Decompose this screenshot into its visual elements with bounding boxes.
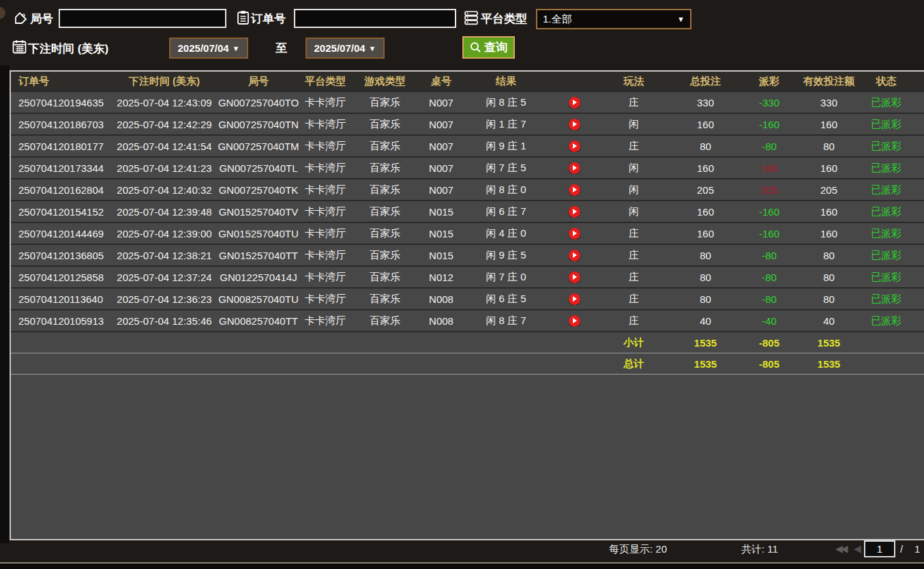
cell-play-type: 庄 <box>598 140 670 153</box>
table-row[interactable]: 250704120105913 2025-07-04 12:35:46 GN00… <box>11 309 924 331</box>
cell-bet-time: 2025-07-04 12:37:24 <box>113 272 215 283</box>
table-row[interactable]: 250704120180177 2025-07-04 12:41:54 GN00… <box>11 134 924 156</box>
play-video-icon[interactable] <box>569 184 580 196</box>
cell-valid-bet: 80 <box>797 250 861 261</box>
play-video-icon[interactable] <box>569 206 580 218</box>
cell-payout: -160 <box>741 206 797 218</box>
order-number-label: 订单号 <box>251 11 286 27</box>
platform-type-select[interactable]: 1.全部 ▼ <box>536 9 691 29</box>
table-row[interactable]: 250704120144469 2025-07-04 12:39:00 GN01… <box>11 222 924 244</box>
cell-platform: 卡卡湾厅 <box>301 315 349 327</box>
summary-valid-bet: 1535 <box>797 358 861 370</box>
column-header: 玩法 <box>598 75 670 88</box>
date-from-value: 2025/07/04 <box>178 42 229 54</box>
chevron-down-icon: ▼ <box>369 44 376 53</box>
cell-valid-bet: 160 <box>797 119 861 130</box>
play-video-icon[interactable] <box>569 228 580 239</box>
table-row[interactable]: 250704120136805 2025-07-04 12:38:21 GN01… <box>11 244 924 265</box>
cell-status: 已派彩 <box>861 184 912 196</box>
table-row[interactable]: 250704120194635 2025-07-04 12:43:09 GN00… <box>11 91 924 113</box>
date-from-picker[interactable]: 2025/07/04 ▼ <box>169 38 248 59</box>
round-number-input[interactable] <box>59 9 226 28</box>
cell-game-type: 百家乐 <box>349 184 421 196</box>
column-header: 结果 <box>462 75 550 88</box>
cell-payout: -80 <box>741 250 797 261</box>
order-number-input[interactable] <box>294 9 456 28</box>
cell-play-type: 庄 <box>598 96 670 109</box>
table-row[interactable]: 250704120154152 2025-07-04 12:39:48 GN01… <box>11 200 924 222</box>
play-video-icon[interactable] <box>569 250 580 261</box>
table-row[interactable]: 250704120125858 2025-07-04 12:37:24 GN01… <box>11 265 924 287</box>
cell-bet-time: 2025-07-04 12:40:32 <box>113 184 215 196</box>
cell-result: 闲 6 庄 7 <box>462 205 550 218</box>
play-video-icon[interactable] <box>569 119 580 130</box>
cell-result: 闲 6 庄 5 <box>462 293 550 306</box>
cell-play-type: 闲 <box>598 118 670 131</box>
cell-bet-time: 2025-07-04 12:41:23 <box>113 162 215 174</box>
column-header: 桌号 <box>421 75 462 88</box>
cell-payout: -40 <box>741 315 797 327</box>
cell-round-id: GN007257040TO <box>215 97 301 108</box>
cell-payout: -80 <box>741 293 797 305</box>
cell-order-id: 250704120162804 <box>11 184 113 196</box>
first-page-icon[interactable]: ◀◀ <box>835 543 846 554</box>
round-number-label: 局号 <box>30 11 53 27</box>
cell-total-bet: 160 <box>670 119 741 130</box>
cell-order-id: 250704120144469 <box>11 228 113 239</box>
play-video-icon[interactable] <box>569 141 580 152</box>
table-row[interactable]: 250704120113640 2025-07-04 12:36:23 GN00… <box>11 287 924 309</box>
chevron-down-icon: ▼ <box>677 15 685 23</box>
cell-play-type: 闲 <box>598 162 670 175</box>
cell-total-bet: 330 <box>670 97 741 108</box>
table-row[interactable]: 250704120173344 2025-07-04 12:41:23 GN00… <box>11 156 924 178</box>
cell-payout: 205 <box>741 184 797 196</box>
cell-table-no: N007 <box>421 184 462 196</box>
cell-valid-bet: 80 <box>797 293 861 305</box>
cell-table-no: N007 <box>421 119 462 130</box>
play-video-icon[interactable] <box>569 162 580 174</box>
per-page-text: 每页显示: 20 <box>609 543 667 556</box>
column-header: 下注时间 (美东) <box>113 75 215 88</box>
column-header: 游 <box>912 75 924 88</box>
date-to-picker[interactable]: 2025/07/04 ▼ <box>305 38 385 59</box>
cell-game-type: 百家乐 <box>349 140 421 153</box>
cell-payout: -80 <box>741 272 797 283</box>
play-video-icon[interactable] <box>569 272 580 283</box>
cell-valid-bet: 205 <box>797 184 861 196</box>
cell-game-type: 百家乐 <box>349 118 421 131</box>
cell-bet-time: 2025-07-04 12:43:09 <box>113 97 215 108</box>
cell-bet-time: 2025-07-04 12:39:00 <box>113 228 215 239</box>
cell-valid-bet: 80 <box>797 272 861 283</box>
date-to-value: 2025/07/04 <box>314 42 366 54</box>
cell-round-id: GN0122570414J <box>215 272 301 283</box>
cell-platform: 卡卡湾厅 <box>301 140 349 153</box>
play-video-icon[interactable] <box>569 97 580 108</box>
summary-total-bet: 1535 <box>670 358 741 370</box>
cell-order-id: 250704120125858 <box>11 272 113 283</box>
page-number-input[interactable] <box>864 540 895 557</box>
prev-page-icon[interactable]: ◀ <box>854 543 861 554</box>
query-button[interactable]: 查询 <box>462 36 515 59</box>
table-header-row: 订单号下注时间 (美东)局号平台类型游戏类型桌号结果玩法总投注派彩有效投注额状态… <box>11 72 924 91</box>
bet-records-table: 订单号下注时间 (美东)局号平台类型游戏类型桌号结果玩法总投注派彩有效投注额状态… <box>10 70 924 540</box>
cell-status: 已派彩 <box>861 249 912 262</box>
summary-label: 总计 <box>598 358 670 370</box>
cell-table-no: N007 <box>421 141 462 152</box>
cell-status: 已派彩 <box>861 118 912 131</box>
cell-result: 闲 7 庄 5 <box>462 162 550 175</box>
cell-status: 已派彩 <box>861 271 912 284</box>
play-video-icon[interactable] <box>569 315 580 327</box>
play-video-icon[interactable] <box>569 293 580 305</box>
table-row[interactable]: 250704120186703 2025-07-04 12:42:29 GN00… <box>11 113 924 134</box>
cell-total-bet: 160 <box>670 206 741 218</box>
table-row[interactable]: 250704120162804 2025-07-04 12:40:32 GN00… <box>11 178 924 200</box>
cell-status: 已派彩 <box>861 205 912 218</box>
cell-valid-bet: 160 <box>797 206 861 218</box>
cell-platform: 卡卡湾厅 <box>301 205 349 218</box>
cell-play-type: 闲 <box>598 205 670 218</box>
cell-play-type: 庄 <box>598 293 670 306</box>
cell-round-id: GN015257040TT <box>215 250 301 261</box>
cell-order-id: 250704120186703 <box>11 119 113 130</box>
cell-table-no: N007 <box>421 97 462 108</box>
cell-platform: 卡卡湾厅 <box>301 249 349 262</box>
